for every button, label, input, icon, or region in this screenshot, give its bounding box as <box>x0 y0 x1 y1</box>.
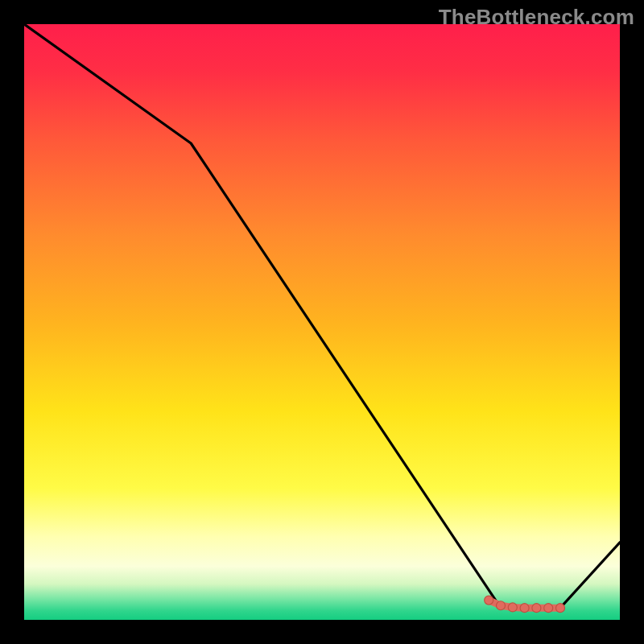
chart-container: { "watermark": "TheBottleneck.com", "cha… <box>0 0 644 644</box>
highlight-dot <box>556 604 565 613</box>
highlight-dot <box>544 604 553 613</box>
highlight-dot <box>497 601 506 610</box>
gradient-background <box>24 24 620 620</box>
highlight-dot <box>485 596 493 605</box>
highlight-dot <box>508 603 517 612</box>
highlight-dot <box>520 604 529 613</box>
chart-svg <box>24 24 620 620</box>
plot-area <box>24 24 620 620</box>
highlight-dot <box>532 604 541 613</box>
